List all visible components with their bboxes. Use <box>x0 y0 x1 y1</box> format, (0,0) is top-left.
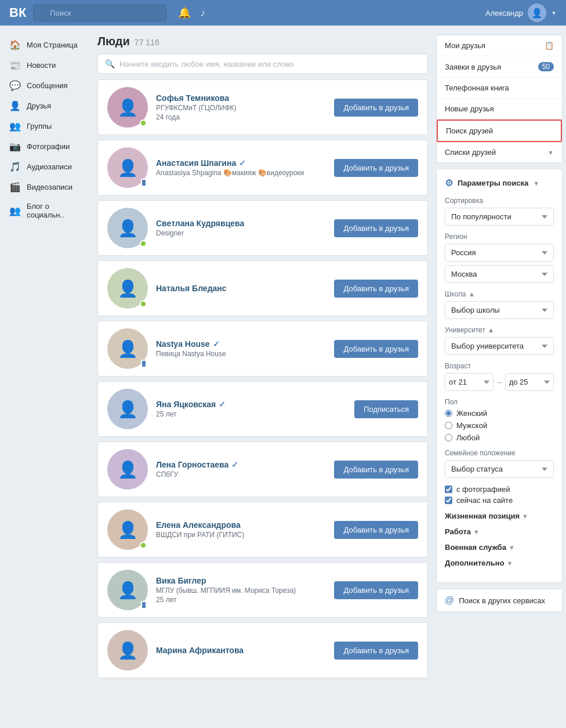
work-label: Работа <box>445 527 471 536</box>
region-section: Регион Россия Москва <box>445 233 554 283</box>
sort-select[interactable]: По популярности <box>445 208 554 226</box>
life-position-toggle[interactable]: Жизненная позиция ▼ <box>445 512 554 520</box>
topnav-search-input[interactable] <box>33 5 166 21</box>
university-select[interactable]: Выбор университета <box>445 337 554 355</box>
person-name-5[interactable]: Nastya House✓ <box>156 339 326 349</box>
add-friend-button-4[interactable]: Добавить в друзья <box>334 280 418 298</box>
age-to-select[interactable]: до 25 <box>505 373 554 391</box>
person-avatar-7[interactable]: 👤 <box>107 449 148 490</box>
gender-female[interactable]: Женский <box>445 409 554 418</box>
person-info-1: Софья Темникова РГУФКСМиТ (ГЦОЛИФК) 24 г… <box>156 93 326 121</box>
add-friend-button-8[interactable]: Добавить в друзья <box>334 521 418 539</box>
city-select[interactable]: Москва <box>445 265 554 283</box>
person-card-3: 👤 Светлана Кудрявцева Designer Добавить … <box>97 200 428 256</box>
verified-icon-2: ✓ <box>239 158 246 168</box>
person-avatar-10[interactable]: 👤 <box>107 630 148 671</box>
add-friend-button-1[interactable]: Добавить в друзья <box>334 99 418 117</box>
sidebar-item-video[interactable]: 🎬Видеозаписи <box>6 177 87 197</box>
with-photo-checkbox[interactable]: с фотографией <box>445 485 554 494</box>
sidebar-item-friends[interactable]: 👤Друзья <box>6 96 87 116</box>
work-toggle[interactable]: Работа ▼ <box>445 527 554 536</box>
notifications-icon[interactable]: 🔔 <box>178 6 191 19</box>
verified-icon-7: ✓ <box>231 460 238 469</box>
person-card-6: 👤 Яна Яцковская✓ 25 лет Подписаться <box>97 381 428 437</box>
person-detail-3: Designer <box>156 229 326 237</box>
sidebar-item-messages[interactable]: 💬Сообщения <box>6 75 87 96</box>
gender-any[interactable]: Любой <box>445 433 554 442</box>
sidebar-label-news: Новости <box>27 61 56 70</box>
family-select[interactable]: Выбор статуса <box>445 460 554 478</box>
user-menu[interactable]: Александр 👤 ▼ <box>485 3 557 22</box>
sidebar-item-audio[interactable]: 🎵Аудиозаписи <box>6 157 87 177</box>
search-params-header[interactable]: ⚙ Параметры поиска ▼ <box>445 178 554 189</box>
search-other-services[interactable]: @ Поиск в других сервисах <box>436 589 563 612</box>
person-name-9[interactable]: Вика Биглер <box>156 576 326 585</box>
main-content: Люди 77 116 🔍 👤 Софья Темникова РГУФКСМи… <box>93 35 433 683</box>
sidebar-left: 🏠Моя Страница📰Новости💬Сообщения👤Друзья👥Г… <box>0 35 93 683</box>
person-info-10: Марина Африкантова <box>156 646 326 655</box>
person-age-1: 24 года <box>156 113 326 121</box>
right-menu-item-friend-requests[interactable]: Заявки в друзья50 <box>437 56 562 78</box>
person-name-3[interactable]: Светлана Кудрявцева <box>156 219 326 228</box>
person-detail-8: ВШДСИ при РАТИ (ГИТИС) <box>156 531 326 539</box>
university-label[interactable]: Университет ▲ <box>445 326 554 334</box>
additional-section: Дополнительно ▼ <box>445 559 554 567</box>
person-card-2: 👤 Анастасия Шпагина✓ Anastasiya Shpagina… <box>97 140 428 195</box>
right-menu-item-find-friends[interactable]: Поиск друзей <box>437 119 562 142</box>
add-friend-button-9[interactable]: Добавить в друзья <box>334 581 418 599</box>
sort-section: Сортировка По популярности <box>445 197 554 226</box>
life-position-label: Жизненная позиция <box>445 512 520 520</box>
vk-logo[interactable]: ВК <box>9 5 26 20</box>
add-friend-button-3[interactable]: Добавить в друзья <box>334 219 418 237</box>
person-name-1[interactable]: Софья Темникова <box>156 93 326 103</box>
school-select[interactable]: Выбор школы <box>445 301 554 319</box>
mobile-indicator-5 <box>141 360 147 368</box>
sidebar-item-photos[interactable]: 📷Фотографии <box>6 136 87 157</box>
add-friend-button-7[interactable]: Добавить в друзья <box>334 461 418 479</box>
gender-male[interactable]: Мужской <box>445 421 554 430</box>
add-friend-button-5[interactable]: Добавить в друзья <box>334 340 418 358</box>
right-menu-item-friend-lists[interactable]: Списки друзей▼ <box>437 142 562 162</box>
sidebar-item-news[interactable]: 📰Новости <box>6 55 87 75</box>
sidebar-item-my-page[interactable]: 🏠Моя Страница <box>6 35 87 55</box>
subscribe-button-6[interactable]: Подписаться <box>354 400 418 418</box>
person-name-6[interactable]: Яна Яцковская✓ <box>156 400 346 409</box>
person-name-7[interactable]: Лена Горностаева✓ <box>156 460 326 469</box>
person-action-1: Добавить в друзья <box>334 99 418 117</box>
person-name-10[interactable]: Марина Африкантова <box>156 646 326 655</box>
sidebar-label-my-page: Моя Страница <box>27 41 78 49</box>
person-action-8: Добавить в друзья <box>334 521 418 539</box>
life-position-section: Жизненная позиция ▼ <box>445 512 554 520</box>
people-search-input[interactable] <box>119 60 420 68</box>
age-from-select[interactable]: от 21 <box>445 373 494 391</box>
country-select[interactable]: Россия <box>445 244 554 262</box>
person-name-2[interactable]: Анастасия Шпагина✓ <box>156 158 326 168</box>
right-menu-label-phonebook: Телефонная книга <box>445 84 509 92</box>
username-label: Александр <box>485 9 523 17</box>
university-arrow: ▲ <box>488 326 495 334</box>
right-menu-item-phonebook[interactable]: Телефонная книга <box>437 78 562 99</box>
person-name-8[interactable]: Елена Александрова <box>156 520 326 530</box>
add-friend-button-10[interactable]: Добавить в друзья <box>334 642 418 660</box>
online-now-checkbox[interactable]: сейчас на сайте <box>445 496 554 505</box>
person-action-10: Добавить в друзья <box>334 642 418 660</box>
right-menu-item-new-friends[interactable]: Новые друзья <box>437 99 562 119</box>
add-friend-button-2[interactable]: Добавить в друзья <box>334 159 418 177</box>
person-avatar-6[interactable]: 👤 <box>107 389 148 429</box>
mobile-indicator-2 <box>141 179 147 187</box>
military-toggle[interactable]: Военная служба ▼ <box>445 543 554 552</box>
music-icon[interactable]: ♪ <box>200 7 205 19</box>
sidebar-label-photos: Фотографии <box>27 142 70 151</box>
online-now-label: сейчас на сайте <box>456 496 513 505</box>
school-label[interactable]: Школа ▲ <box>445 290 554 298</box>
sidebar-label-groups: Группы <box>27 122 52 131</box>
right-menu-item-my-friends[interactable]: Мои друзья📋 <box>437 35 562 56</box>
additional-toggle[interactable]: Дополнительно ▼ <box>445 559 554 567</box>
age-row: от 21 – до 25 <box>445 373 554 391</box>
sidebar-item-blog[interactable]: 👥Блог о социальн.. <box>6 197 87 224</box>
sidebar-item-groups[interactable]: 👥Группы <box>6 116 87 136</box>
person-info-4: Наталья Бледанс <box>156 284 326 293</box>
person-avatar-wrap-2: 👤 <box>107 147 148 188</box>
online-indicator-1 <box>140 119 147 126</box>
person-name-4[interactable]: Наталья Бледанс <box>156 284 326 293</box>
